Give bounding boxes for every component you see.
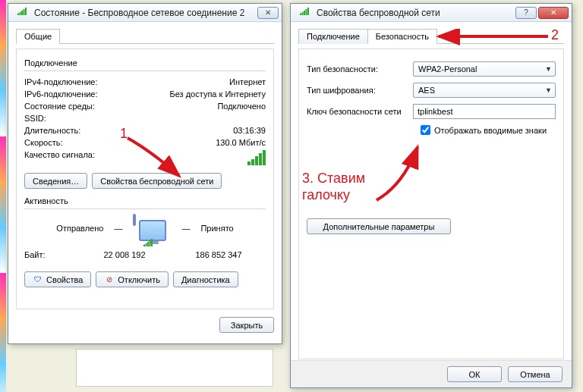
section-activity-title: Активность [24, 196, 266, 205]
window-status: Состояние - Беспроводное сетевое соедине… [8, 3, 282, 344]
advanced-button[interactable]: Дополнительные параметры [307, 218, 451, 234]
details-button[interactable]: Сведения… [24, 173, 87, 189]
encryption-combo[interactable]: AES ▼ [413, 83, 556, 98]
row-encryption: Тип шифрования: AES ▼ [307, 83, 556, 98]
help-button[interactable]: ? [515, 7, 537, 19]
shield-icon: 🛡 [33, 274, 43, 285]
signal-icon [143, 239, 153, 246]
ok-button[interactable]: ОК [447, 366, 502, 382]
value: Интернет [229, 77, 266, 86]
signal-bars-icon [247, 150, 266, 167]
label: Тип безопасности: [307, 64, 413, 74]
label: Закрыть [231, 321, 263, 330]
label: SSID: [24, 114, 46, 123]
window-wifi-properties: Свойства беспроводной сети ? ✕ Подключен… [290, 3, 572, 388]
wifi-properties-button[interactable]: Свойства беспроводной сети [92, 173, 222, 189]
label: Скорость: [24, 138, 63, 147]
monitor-icon [139, 220, 166, 241]
label: IPv4-подключение: [24, 77, 98, 86]
window-title: Свойства беспроводной сети [317, 8, 515, 18]
tabstrip: Общие [16, 28, 274, 44]
close-button[interactable]: Закрыть [219, 317, 274, 333]
cancel-button[interactable]: Отмена [508, 366, 563, 382]
titlebar[interactable]: Свойства беспроводной сети ? ✕ [291, 4, 572, 22]
line-icon: — [114, 224, 122, 233]
tabstrip: Подключение Безопасность [298, 28, 564, 44]
disable-icon: ⊘ [104, 274, 115, 285]
monitor-icon [133, 214, 136, 226]
section-connection-title: Подключение [24, 58, 266, 67]
label: IPv6-подключение: [24, 89, 98, 99]
row-key: Ключ безопасности сети [307, 104, 556, 119]
row-speed: Скорость: 130.0 Мбит/с [24, 136, 266, 149]
combo-value: WPA2-Personal [418, 64, 477, 74]
divider [24, 71, 266, 71]
divider [24, 209, 266, 209]
tab-security[interactable]: Безопасность [367, 29, 437, 44]
close-icon[interactable]: ✕ [538, 7, 569, 19]
label: Сведения… [33, 177, 79, 186]
tab-general[interactable]: Общие [16, 29, 60, 44]
bytes-recv: 186 852 347 [172, 250, 266, 259]
line-icon: — [181, 224, 190, 233]
close-icon[interactable]: ✕ [257, 7, 279, 19]
show-chars-checkbox[interactable] [421, 125, 430, 135]
row-signal: Качество сигнала: [24, 149, 266, 168]
row-show-chars: Отображать вводимые знаки [421, 125, 556, 135]
background-decor [76, 349, 273, 387]
label: Свойства беспроводной сети [100, 177, 213, 186]
label: Отключить [118, 275, 160, 284]
titlebar[interactable]: Состояние - Беспроводное сетевое соедине… [8, 4, 282, 22]
signal-icon [13, 4, 31, 21]
value: Подключено [217, 102, 266, 111]
label: Состояние среды: [24, 102, 95, 111]
row-media: Состояние среды: Подключено [24, 100, 266, 112]
value: 03:16:39 [233, 126, 266, 135]
dialog-footer: ОК Отмена [291, 360, 572, 387]
bytes-row: Байт: 22 008 192 186 852 347 [24, 247, 266, 262]
label: Длительность: [24, 126, 80, 135]
label: Тип шифрования: [307, 86, 413, 95]
activity-graphic: Отправлено — — Принято [24, 215, 266, 241]
row-ipv6: IPv6-подключение: Без доступа к Интернет… [24, 88, 266, 100]
tab-connection[interactable]: Подключение [298, 29, 368, 44]
label: Качество сигнала: [24, 150, 95, 167]
signal-icon [295, 4, 314, 21]
row-security-type: Тип безопасности: WPA2-Personal ▼ [307, 61, 556, 77]
properties-button[interactable]: 🛡 Свойства [24, 271, 91, 287]
label: Отображать вводимые знаки [434, 126, 547, 135]
bytes-label: Байт: [24, 250, 77, 259]
label: ОК [469, 370, 481, 379]
combo-value: AES [418, 86, 435, 95]
label: Ключ безопасности сети [307, 107, 413, 116]
label: Отмена [520, 370, 550, 379]
background-decor [0, 0, 6, 392]
label: Диагностика [181, 275, 230, 284]
row-ipv4: IPv4-подключение: Интернет [24, 76, 266, 88]
security-key-input[interactable] [413, 104, 556, 119]
sent-label: Отправлено [56, 224, 103, 233]
bytes-sent: 22 008 192 [77, 250, 172, 259]
window-title: Состояние - Беспроводное сетевое соедине… [34, 8, 257, 18]
chevron-down-icon: ▼ [545, 86, 552, 94]
chevron-down-icon: ▼ [545, 65, 552, 73]
label: Свойства [46, 275, 83, 284]
disable-button[interactable]: ⊘ Отключить [96, 271, 169, 287]
security-type-combo[interactable]: WPA2-Personal ▼ [413, 61, 556, 77]
recv-label: Принято [200, 224, 233, 233]
diagnostics-button[interactable]: Диагностика [173, 271, 238, 287]
row-ssid: SSID: [24, 112, 266, 124]
value: Без доступа к Интернету [169, 89, 266, 99]
value: 130.0 Мбит/с [216, 138, 266, 147]
label: Дополнительные параметры [323, 222, 435, 231]
row-duration: Длительность: 03:16:39 [24, 124, 266, 136]
